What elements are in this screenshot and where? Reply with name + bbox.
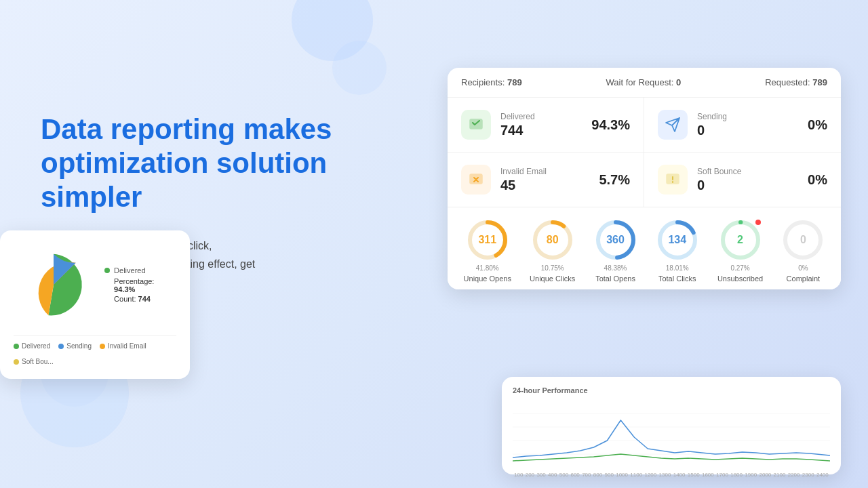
metric-unsubscribed: 2 0.27% Unsubscribed bbox=[717, 218, 763, 283]
line-chart-x-labels: 1002003004005006007008009001000110012001… bbox=[513, 472, 830, 478]
delivered-info: Delivered 744 bbox=[500, 112, 582, 138]
invalid-icon bbox=[461, 165, 491, 195]
headline: Data reporting makes optimization soluti… bbox=[41, 113, 366, 215]
stats-cell-softbounce: Soft Bounce 0 0% bbox=[644, 152, 841, 207]
metric-label-unique-opens: Unique Opens bbox=[464, 274, 511, 283]
donut-unsubscribed: 2 bbox=[719, 218, 762, 262]
legend-label-delivered: Delivered bbox=[114, 266, 145, 274]
metric-pct-unique-clicks: 10.75% bbox=[541, 264, 564, 272]
softbounce-icon bbox=[658, 165, 688, 195]
metric-label-complaint: Complaint bbox=[787, 274, 821, 283]
softbounce-info: Soft Bounce 0 bbox=[697, 167, 798, 193]
requested-label: Requested: 789 bbox=[765, 77, 827, 87]
delivered-icon bbox=[461, 110, 491, 140]
metric-total-clicks: 134 18.01% Total Clicks bbox=[656, 218, 699, 283]
metric-pct-unique-opens: 41.80% bbox=[476, 264, 499, 272]
metric-pct-total-opens: 48.38% bbox=[604, 264, 627, 272]
sending-info: Sending 0 bbox=[697, 112, 798, 138]
pie-footer-delivered: Delivered bbox=[14, 342, 50, 350]
stats-card: Recipients: 789 Wait for Request: 0 Requ… bbox=[448, 68, 841, 289]
donut-unique-clicks: 80 bbox=[531, 218, 574, 262]
metric-total-opens: 360 48.38% Total Opens bbox=[594, 218, 637, 283]
donut-value-total-opens: 360 bbox=[606, 234, 625, 246]
line-chart-card: 24-hour Performance 10020030040050060070… bbox=[502, 377, 841, 474]
donut-value-complaint: 0 bbox=[800, 234, 806, 246]
wait-label: Wait for Request: 0 bbox=[606, 77, 682, 87]
sending-icon bbox=[658, 110, 688, 140]
line-chart-area: 1002003004005006007008009001000110012001… bbox=[513, 400, 830, 468]
metric-pct-unsubscribed: 0.27% bbox=[730, 264, 749, 272]
pie-card: Delivered Percentage: 94.3% Count: 744 D… bbox=[0, 230, 190, 379]
pie-svg bbox=[14, 244, 94, 325]
donut-total-clicks: 134 bbox=[656, 218, 699, 262]
metric-unique-opens: 311 41.80% Unique Opens bbox=[464, 218, 511, 283]
legend-row-delivered: Delivered bbox=[104, 266, 176, 274]
donut-value-total-clicks: 134 bbox=[668, 234, 686, 246]
metric-label-total-opens: Total Opens bbox=[595, 274, 635, 283]
donut-value-unsubscribed: 2 bbox=[737, 234, 743, 246]
metric-complaint: 0 0% Complaint bbox=[781, 218, 825, 283]
metrics-row: 311 41.80% Unique Opens 80 10.75% Unique… bbox=[448, 207, 841, 289]
metric-label-unsubscribed: Unsubscribed bbox=[717, 274, 763, 283]
recipients-label: Recipients: 789 bbox=[461, 77, 522, 87]
metric-unique-clicks: 80 10.75% Unique Clicks bbox=[530, 218, 575, 283]
notif-dot bbox=[755, 220, 761, 225]
donut-value-unique-clicks: 80 bbox=[547, 234, 559, 246]
pie-footer-sending: Sending bbox=[58, 342, 92, 350]
metric-label-unique-clicks: Unique Clicks bbox=[530, 274, 575, 283]
metric-label-total-clicks: Total Clicks bbox=[658, 274, 696, 283]
stats-cell-invalid: Invalid Email 45 5.7% bbox=[448, 152, 644, 207]
donut-unique-opens: 311 bbox=[466, 218, 509, 262]
pie-footer-invalid: Invalid Email bbox=[100, 342, 146, 350]
stats-cell-sending: Sending 0 0% bbox=[644, 98, 841, 152]
donut-complaint: 0 bbox=[781, 218, 825, 262]
stats-grid: Delivered 744 94.3% Sending 0 0% bbox=[448, 98, 841, 207]
stats-header: Recipients: 789 Wait for Request: 0 Requ… bbox=[448, 68, 841, 98]
pie-legend-count: Count: 744 bbox=[114, 295, 176, 303]
stats-cell-delivered: Delivered 744 94.3% bbox=[448, 98, 644, 152]
metric-pct-total-clicks: 18.01% bbox=[666, 264, 689, 272]
pie-container: Delivered Percentage: 94.3% Count: 744 bbox=[14, 244, 176, 325]
metric-pct-complaint: 0% bbox=[798, 264, 808, 272]
pie-legend-percentage: Percentage: 94.3% bbox=[114, 277, 176, 293]
pie-legend: Delivered Percentage: 94.3% Count: 744 bbox=[104, 266, 176, 303]
line-chart-svg bbox=[513, 400, 830, 468]
line-chart-title: 24-hour Performance bbox=[513, 386, 830, 394]
donut-value-unique-opens: 311 bbox=[478, 234, 496, 246]
invalid-info: Invalid Email 45 bbox=[500, 167, 589, 193]
pie-footer-softbounce: Soft Bou... bbox=[14, 358, 54, 365]
legend-dot-delivered bbox=[104, 268, 110, 273]
donut-total-opens: 360 bbox=[594, 218, 637, 262]
pie-footer: Delivered Sending Invalid Email Soft Bou… bbox=[14, 335, 176, 365]
